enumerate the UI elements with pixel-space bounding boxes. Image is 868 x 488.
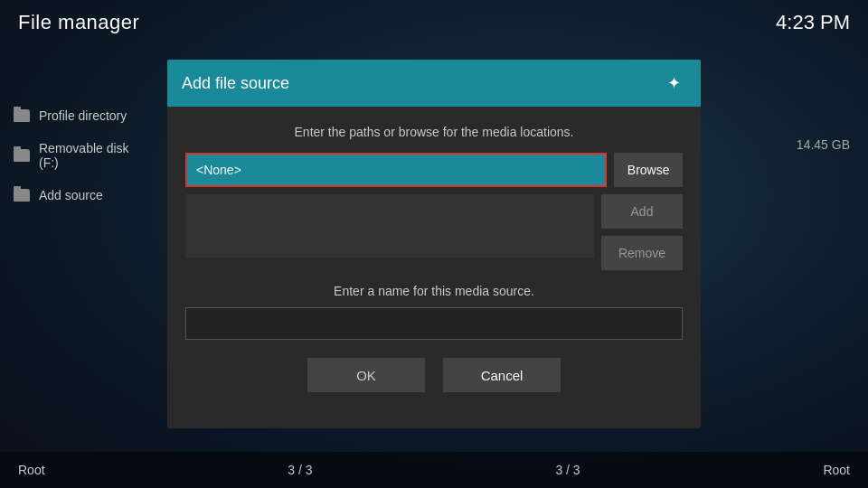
ok-button[interactable]: OK [307, 358, 425, 392]
add-button[interactable]: Add [601, 194, 683, 229]
name-instruction: Enter a name for this media source. [185, 284, 683, 298]
dialog-body: Enter the paths or browse for the media … [167, 107, 701, 428]
dialog-footer: OK Cancel [185, 358, 683, 410]
kodi-brand-icon: ✦ [667, 73, 681, 93]
dialog-header: Add file source ✦ [167, 60, 701, 107]
cancel-button[interactable]: Cancel [443, 358, 561, 392]
none-path-input[interactable]: <None> [185, 153, 607, 187]
path-area: Add Remove [185, 194, 683, 270]
source-name-input[interactable] [185, 307, 683, 340]
dialog-title: Add file source [182, 74, 289, 93]
side-action-buttons: Add Remove [601, 194, 683, 270]
paths-list [185, 194, 594, 258]
paths-instruction: Enter the paths or browse for the media … [185, 125, 683, 139]
path-row: <None> Browse [185, 153, 683, 187]
dialog-overlay: Add file source ✦ Enter the paths or bro… [0, 0, 868, 488]
add-file-source-dialog: Add file source ✦ Enter the paths or bro… [167, 60, 701, 428]
none-label: <None> [196, 163, 241, 177]
remove-button[interactable]: Remove [601, 236, 683, 270]
browse-button[interactable]: Browse [614, 153, 683, 187]
kodi-logo-icon: ✦ [661, 70, 686, 96]
